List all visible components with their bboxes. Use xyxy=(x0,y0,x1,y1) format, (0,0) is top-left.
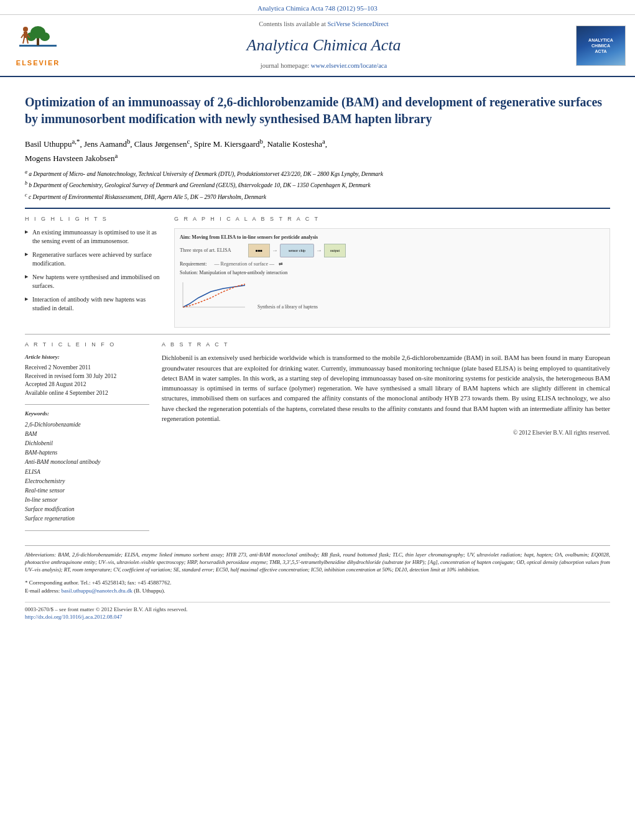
ga-regen-arrows: ⇄ xyxy=(279,261,283,267)
article-history-section: Article history: Received 2 November 201… xyxy=(25,353,149,398)
highlight-item-3: New haptens were synthesised and immobil… xyxy=(25,273,162,291)
article-info-heading: A R T I C L E I N F O xyxy=(25,341,149,349)
kw-11: Surface regeneration xyxy=(25,514,149,524)
kw-9: In-line sensor xyxy=(25,496,149,505)
abstract-text: Dichlobenil is an extensively used herbi… xyxy=(162,353,610,424)
kw-4: BAM-haptens xyxy=(25,448,149,458)
highlight-item-1: An existing immunoassay is optimised to … xyxy=(25,228,162,246)
elsevier-label: ELSEVIER xyxy=(16,58,60,68)
divider-highlights-info xyxy=(25,334,610,335)
graphical-abstract-box: Aim: Moving from ELISA to in-line sensor… xyxy=(174,228,610,328)
email-line: E-mail address: basil.uthuppu@nanotech.d… xyxy=(25,587,610,596)
elsevier-tree-icon xyxy=(16,23,60,57)
author-sup-a3: a xyxy=(114,152,118,159)
sciverse-prefix: Contents lists available at xyxy=(259,21,326,27)
ga-synthesis-label: Synthesis of a library of haptens xyxy=(257,304,318,311)
ga-steps-boxes: ■■■ → sensor chip → output xyxy=(248,244,346,257)
kw-8: Real-time sensor xyxy=(25,486,149,496)
affiliations: a a Department of Micro- and Nanotechnol… xyxy=(25,168,610,201)
doi-line: http://dx.doi.org/10.1016/j.aca.2012.08.… xyxy=(25,613,610,621)
issn-line: 0003-2670/$ – see front matter © 2012 El… xyxy=(25,606,610,614)
keywords-label: Keywords: xyxy=(25,410,149,418)
main-content: Optimization of an immunoassay of 2,6-di… xyxy=(0,77,635,627)
received-date: Received 2 November 2011 xyxy=(25,364,149,372)
highlights-graphical-section: H I G H L I G H T S An existing immunoas… xyxy=(25,215,610,328)
journal-header: ELSEVIER Contents lists available at Sci… xyxy=(0,15,635,77)
kw-2: BAM xyxy=(25,430,149,439)
ga-arrow-1: → xyxy=(272,246,278,255)
history-label: Article history: xyxy=(25,353,149,361)
homepage-prefix: journal homepage: xyxy=(261,62,309,69)
doi-link[interactable]: http://dx.doi.org/10.1016/j.aca.2012.08.… xyxy=(25,614,123,620)
copyright-line: © 2012 Elsevier B.V. All rights reserved… xyxy=(162,429,610,437)
highlights-heading: H I G H L I G H T S xyxy=(25,215,162,223)
sciverse-link[interactable]: SciVerse ScienceDirect xyxy=(327,21,388,27)
journal-title: Analytica Chimica Acta xyxy=(247,34,401,57)
email-note: (B. Uthuppu). xyxy=(134,588,165,594)
kw-10: Surface modification xyxy=(25,505,149,514)
article-title: Optimization of an immunoassay of 2,6-di… xyxy=(25,94,610,127)
highlight-item-4: Interaction of antibody with new haptens… xyxy=(25,295,162,313)
abstract-heading: A B S T R A C T xyxy=(162,341,610,349)
accepted-date: Accepted 28 August 2012 xyxy=(25,381,149,389)
highlights-list: An existing immunoassay is optimised to … xyxy=(25,228,162,313)
graphical-abstract-heading: G R A P H I C A L A B S T R A C T xyxy=(174,215,610,223)
kw-7: Electrochemistry xyxy=(25,477,149,486)
keywords-list: 2,6-Dichlorobenzamide BAM Dichlobenil BA… xyxy=(25,420,149,524)
email-address[interactable]: basil.uthuppu@nanotech.dtu.dk xyxy=(61,588,132,594)
ga-arrow-2: → xyxy=(316,246,322,255)
authors-line: Basil Uthuppua,*, Jens Aamandb, Claus Jø… xyxy=(25,136,610,165)
kw-3: Dichlobenil xyxy=(25,439,149,448)
divider-after-keywords xyxy=(25,530,149,531)
ga-box-2: output xyxy=(324,244,346,257)
ga-curve-svg xyxy=(180,279,248,310)
affiliation-c: c c Department of Environmental Riskasse… xyxy=(25,192,610,201)
svg-rect-6 xyxy=(24,32,27,38)
bottom-bar: 0003-2670/$ – see front matter © 2012 El… xyxy=(25,602,610,621)
authors-text: Basil Uthuppua,*, Jens Aamandb, Claus Jø… xyxy=(25,139,327,163)
journal-homepage: journal homepage: www.elsevier.com/locat… xyxy=(261,62,387,71)
ga-box-1: ■■■ xyxy=(248,244,270,257)
kw-6: ELISA xyxy=(25,468,149,477)
divider-after-affiliations xyxy=(25,208,610,209)
ga-aim-label: Aim: Moving from ELISA to in-line sensor… xyxy=(180,234,605,241)
author-sup-a2: a xyxy=(322,137,325,145)
ga-bottom-row: Synthesis of a library of haptens xyxy=(180,279,605,310)
available-date: Available online 4 September 2012 xyxy=(25,389,149,398)
ga-sensor-chip: sensor chip xyxy=(280,244,314,257)
kw-5: Anti-BAM monoclonal antibody xyxy=(25,458,149,467)
affiliation-a: a a Department of Micro- and Nanotechnol… xyxy=(25,168,610,178)
ga-req-label: Requirement: — Regeneration of surface —… xyxy=(180,261,605,267)
revised-date: Received in revised form 30 July 2012 xyxy=(25,372,149,381)
author-sup-b1: b xyxy=(127,137,130,145)
footer-divider xyxy=(25,545,610,546)
article-info-col: A R T I C L E I N F O Article history: R… xyxy=(25,341,149,536)
journal-citation-bar: Analytica Chimica Acta 748 (2012) 95–103 xyxy=(0,0,635,15)
author-sup-b2: b xyxy=(260,137,263,145)
svg-point-5 xyxy=(23,27,28,32)
journal-logo-area: ANALYTICA CHIMICA ACTA xyxy=(573,20,629,71)
footnotes: * Corresponding author. Tel.: +45 452581… xyxy=(25,579,610,596)
ga-solution-label: Solution: Manipulation of hapten-antibod… xyxy=(180,269,605,276)
elsevier-logo-area: ELSEVIER xyxy=(6,20,75,71)
kw-1: 2,6-Dichlorobenzamide xyxy=(25,420,149,430)
journal-logo-box: ANALYTICA CHIMICA ACTA xyxy=(576,25,626,66)
page-wrapper: Analytica Chimica Acta 748 (2012) 95–103 xyxy=(0,0,635,840)
author-sup-c: c xyxy=(187,137,190,145)
author-sup-a: a,* xyxy=(72,137,80,145)
ga-steps-row: Three steps of art. ELISA ■■■ → sensor c… xyxy=(180,244,605,257)
journal-logo-text: ANALYTICA CHIMICA ACTA xyxy=(587,36,614,55)
ga-regen-label: — Regeneration of surface — xyxy=(215,261,274,267)
info-abstract-section: A R T I C L E I N F O Article history: R… xyxy=(25,341,610,536)
ga-steps-label: Three steps of art. ELISA xyxy=(180,247,248,254)
elsevier-logo: ELSEVIER xyxy=(16,23,60,68)
highlight-item-2: Regenerative surfaces were achieved by s… xyxy=(25,251,162,269)
email-label: E-mail address: xyxy=(25,588,60,594)
journal-citation-text: Analytica Chimica Acta 748 (2012) 95–103 xyxy=(257,4,378,12)
corresponding-note: * Corresponding author. Tel.: +45 452581… xyxy=(25,579,610,588)
abbreviations-text: Abbreviations: BAM, 2,6-dichlorobenzamid… xyxy=(25,551,610,574)
divider-in-info xyxy=(25,404,149,405)
homepage-link[interactable]: www.elsevier.com/locate/aca xyxy=(311,62,387,69)
svg-point-4 xyxy=(40,32,50,41)
graphical-abstract-col: G R A P H I C A L A B S T R A C T Aim: M… xyxy=(174,215,610,328)
